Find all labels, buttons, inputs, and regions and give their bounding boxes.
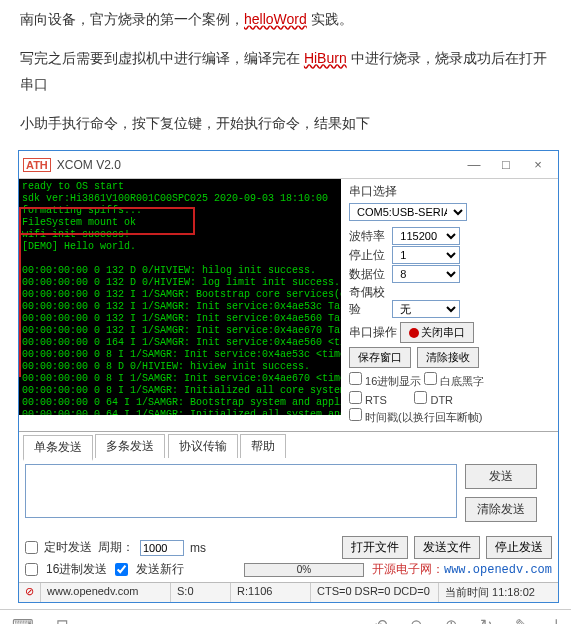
stopbit-select[interactable]: 1	[392, 246, 460, 264]
tab-single-send[interactable]: 单条发送	[23, 435, 93, 461]
download-icon[interactable]: ⤓	[550, 616, 563, 624]
tabbar: 单条发送 多条发送 协议传输 帮助	[19, 431, 558, 460]
send-newline-checkbox[interactable]	[115, 563, 128, 576]
databit-label: 数据位	[349, 266, 389, 283]
clear-send-button[interactable]: 清除发送	[465, 497, 537, 522]
screen-icon[interactable]: ⌨	[12, 616, 34, 624]
parity-label: 奇偶校验	[349, 284, 389, 318]
status-time: 当前时间 11:18:02	[439, 583, 541, 602]
record-icon	[409, 328, 419, 338]
titlebar: ATH XCOM V2.0 — □ ×	[19, 151, 558, 179]
hex-display-checkbox[interactable]	[349, 372, 362, 385]
stop-send-button[interactable]: 停止发送	[486, 536, 552, 559]
status-url: www.openedv.com	[41, 583, 171, 602]
hex-send-checkbox[interactable]	[25, 563, 38, 576]
port-toggle-button[interactable]: 关闭串口	[400, 322, 474, 343]
xcom-window: ATH XCOM V2.0 — □ × ready to OS start sd…	[18, 150, 559, 603]
send-button[interactable]: 发送	[465, 464, 537, 489]
parity-select[interactable]: 无	[392, 300, 460, 318]
baud-label: 波特率	[349, 228, 389, 245]
white-bg-checkbox[interactable]	[424, 372, 437, 385]
undo-icon[interactable]: ↶	[375, 616, 388, 624]
app-logo: ATH	[23, 158, 51, 172]
port-select-label: 串口选择	[349, 183, 552, 200]
open-file-button[interactable]: 打开文件	[342, 536, 408, 559]
edit-icon[interactable]: ✎	[515, 616, 528, 624]
typo-2: HiBurn	[304, 50, 347, 66]
doc-paragraph-1: 南向设备，官方烧录的第一个案例，helloWord 实践。	[0, 0, 571, 39]
status-bar: ⊘ www.openedv.com S:0 R:1106 CTS=0 DSR=0…	[19, 582, 558, 602]
progress-bar	[244, 563, 364, 577]
typo-1: helloWord	[244, 11, 307, 27]
period-input[interactable]	[140, 540, 184, 556]
status-sent: S:0	[171, 583, 231, 602]
dtr-checkbox[interactable]	[414, 391, 427, 404]
status-conn-icon: ⊘	[19, 583, 41, 602]
refresh-icon[interactable]: ↻	[480, 616, 493, 624]
save-window-button[interactable]: 保存窗口	[349, 347, 411, 368]
message-icon[interactable]: ⊡	[56, 616, 69, 624]
zoom-in-icon[interactable]: ⊕	[445, 616, 458, 624]
send-file-button[interactable]: 发送文件	[414, 536, 480, 559]
editor-toolbar: ⌨ ⊡ ↶ ⊖ ⊕ ↻ ✎ ⤓	[0, 609, 571, 624]
port-select[interactable]: COM5:USB-SERIAL	[349, 203, 467, 221]
close-button[interactable]: ×	[522, 155, 554, 175]
tab-protocol[interactable]: 协议传输	[168, 434, 238, 458]
clear-recv-button[interactable]: 清除接收	[417, 347, 479, 368]
databit-select[interactable]: 8	[392, 265, 460, 283]
status-signals: CTS=0 DSR=0 DCD=0	[311, 583, 439, 602]
terminal-output: ready to OS start sdk ver:Hi3861V100R001…	[19, 179, 341, 415]
stopbit-label: 停止位	[349, 247, 389, 264]
doc-paragraph-3: 小助手执行命令，按下复位键，开始执行命令，结果如下	[0, 104, 571, 143]
timed-send-checkbox[interactable]	[25, 541, 38, 554]
baud-select[interactable]: 115200	[392, 227, 460, 245]
window-title: XCOM V2.0	[57, 158, 458, 172]
port-op-label: 串口操作	[349, 324, 397, 341]
settings-panel: 串口选择 COM5:USB-SERIAL 波特率 115200 停止位 1 数据…	[341, 179, 558, 431]
tab-multi-send[interactable]: 多条发送	[95, 434, 165, 458]
rts-checkbox[interactable]	[349, 391, 362, 404]
maximize-button[interactable]: □	[490, 155, 522, 175]
status-recv: R:1106	[231, 583, 311, 602]
minimize-button[interactable]: —	[458, 155, 490, 175]
doc-paragraph-2: 写完之后需要到虚拟机中进行编译，编译完在 HiBurn 中进行烧录，烧录成功后在…	[0, 39, 571, 104]
highlight-box	[19, 207, 195, 235]
zoom-out-icon[interactable]: ⊖	[410, 616, 423, 624]
link-label: 开源电子网：www.openedv.com	[372, 561, 552, 578]
timestamp-checkbox[interactable]	[349, 408, 362, 421]
send-textarea[interactable]	[25, 464, 457, 518]
tab-help[interactable]: 帮助	[240, 434, 286, 458]
